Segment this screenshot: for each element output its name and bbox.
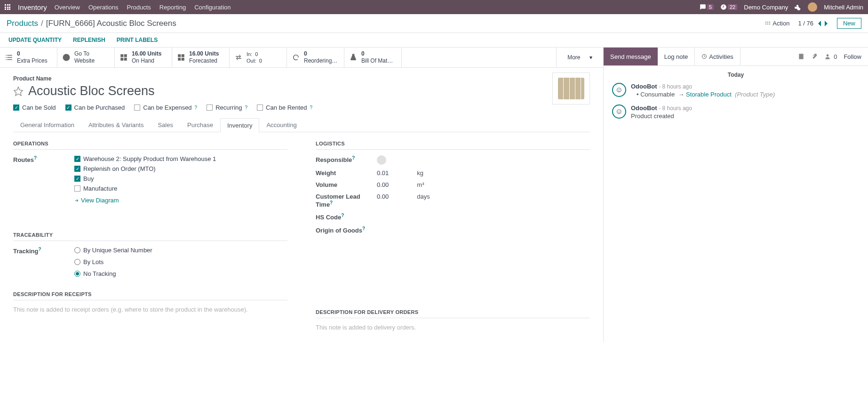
bot-avatar: ☺	[612, 83, 626, 97]
bot-avatar: ☺	[612, 105, 626, 119]
stat-inout[interactable]: In:0 Out:0	[230, 48, 287, 67]
tab-inventory[interactable]: Inventory	[220, 118, 259, 132]
tracking-lots[interactable]: By Lots	[74, 258, 152, 265]
section-operations: OPERATIONS	[13, 141, 287, 150]
list-icon	[5, 53, 13, 62]
print-labels-button[interactable]: PRINT LABELS	[117, 37, 158, 43]
product-image[interactable]	[552, 72, 590, 105]
chatter-today-label: Today	[612, 72, 860, 78]
check-can-be-rented[interactable]: Can be Rented?	[257, 104, 312, 111]
pager-prev-icon[interactable]	[817, 20, 822, 27]
clock-icon	[701, 54, 707, 59]
tracking-none[interactable]: No Tracking	[74, 270, 152, 277]
globe-icon	[62, 53, 71, 62]
replenish-button[interactable]: REPLENISH	[73, 37, 105, 43]
product-name-label: Product Name	[13, 75, 590, 82]
breadcrumb-current: [FURN_6666] Acoustic Bloc Screens	[46, 19, 176, 28]
stat-website[interactable]: Go ToWebsite	[57, 48, 115, 67]
tab-attributes[interactable]: Attributes & Variants	[81, 118, 151, 132]
boxes-icon	[177, 53, 185, 62]
stat-reorder[interactable]: 0Reordering…	[287, 48, 344, 67]
responsible-avatar[interactable]	[377, 155, 386, 165]
lead-time-value[interactable]: 0.00	[377, 193, 389, 208]
chatter-message: ☺ OdooBot - 8 hours ago • Consumable → S…	[612, 83, 860, 98]
check-recurring[interactable]: Recurring?	[207, 104, 247, 111]
tab-general[interactable]: General Information	[13, 118, 81, 132]
chatter: Send message Log note Activities 0 Follo…	[604, 48, 868, 342]
boxes-icon	[119, 53, 128, 62]
log-note-button[interactable]: Log note	[658, 48, 695, 65]
menu-operations[interactable]: Operations	[88, 4, 119, 11]
route-manufacture[interactable]: Manufacture	[74, 185, 216, 192]
tab-purchase[interactable]: Purchase	[180, 118, 220, 132]
chat-icon[interactable]: 5	[700, 4, 714, 10]
section-logistics: LOGISTICS	[316, 141, 590, 150]
tools-icon[interactable]	[795, 4, 801, 10]
chatter-message: ☺ OdooBot - 8 hours ago Product created	[612, 105, 860, 120]
pager: 1 / 76	[798, 20, 828, 27]
stat-forecast[interactable]: 16.00 UnitsForecasted	[172, 48, 230, 67]
activities-button[interactable]: Activities	[695, 48, 740, 65]
desc-receipts-input[interactable]: This note is added to receipt orders (e.…	[13, 306, 287, 313]
menu-products[interactable]: Products	[127, 4, 151, 11]
apps-icon[interactable]	[5, 4, 10, 10]
view-diagram-link[interactable]: View Diagram	[74, 197, 216, 204]
top-navbar: Inventory Overview Operations Products R…	[0, 0, 868, 14]
desc-delivery-input[interactable]: This note is added to delivery orders.	[316, 324, 590, 331]
tab-sales[interactable]: Sales	[151, 118, 180, 132]
caret-down-icon: ▾	[589, 54, 592, 61]
follow-button[interactable]: Follow	[844, 53, 861, 60]
volume-value[interactable]: 0.00	[377, 181, 389, 188]
check-can-be-sold[interactable]: Can be Sold	[13, 104, 56, 111]
svg-point-0	[63, 54, 70, 61]
send-message-button[interactable]: Send message	[604, 48, 658, 65]
tabs: General Information Attributes & Variant…	[13, 118, 590, 132]
stat-bom[interactable]: 0Bill Of Mat…	[344, 48, 402, 67]
topbar-menu: Overview Operations Products Reporting C…	[55, 4, 231, 11]
transfer-icon	[234, 53, 243, 62]
refresh-icon	[292, 53, 300, 62]
pager-next-icon[interactable]	[824, 20, 828, 27]
section-desc-delivery: DESCRIPTION FOR DELIVERY ORDERS	[316, 309, 590, 318]
company-name[interactable]: Demo Company	[744, 4, 788, 11]
book-icon[interactable]	[798, 53, 804, 60]
menu-configuration[interactable]: Configuration	[194, 4, 231, 11]
section-traceability: TRACEABILITY	[13, 232, 287, 241]
breadcrumb: Products / [FURN_6666] Acoustic Bloc Scr…	[7, 19, 176, 28]
actionbar: UPDATE QUANTITY REPLENISH PRINT LABELS	[0, 33, 868, 48]
check-can-be-expensed[interactable]: Can be Expensed?	[134, 104, 197, 111]
clock-icon[interactable]: 22	[720, 4, 737, 10]
check-can-be-purchased[interactable]: Can be Purchased	[65, 104, 125, 111]
section-desc-receipts: DESCRIPTION FOR RECEIPTS	[13, 291, 287, 300]
follower-icon[interactable]	[824, 53, 831, 60]
menu-overview[interactable]: Overview	[55, 4, 80, 11]
breadcrumb-parent[interactable]: Products	[7, 19, 38, 28]
route-buy[interactable]: Buy	[74, 175, 216, 182]
arrow-right-icon	[74, 198, 79, 203]
update-quantity-button[interactable]: UPDATE QUANTITY	[8, 37, 62, 43]
svg-point-2	[827, 54, 829, 56]
more-button[interactable]: More ▾	[556, 48, 603, 67]
user-avatar[interactable]	[808, 2, 817, 12]
weight-value[interactable]: 0.01	[377, 169, 389, 177]
tracking-serial[interactable]: By Unique Serial Number	[74, 247, 152, 254]
stat-extra-prices[interactable]: 0Extra Prices	[0, 48, 57, 67]
tab-accounting[interactable]: Accounting	[259, 118, 303, 132]
favorite-star-icon[interactable]	[13, 86, 24, 96]
app-name[interactable]: Inventory	[18, 3, 47, 11]
attach-icon[interactable]	[811, 53, 818, 60]
action-menu[interactable]: Action	[765, 20, 789, 27]
stat-buttons: 0Extra Prices Go ToWebsite 16.00 UnitsOn…	[0, 48, 603, 68]
user-name[interactable]: Mitchell Admin	[824, 4, 863, 11]
header: Products / [FURN_6666] Acoustic Bloc Scr…	[0, 14, 868, 33]
flask-icon	[349, 53, 358, 62]
stat-onhand[interactable]: 16.00 UnitsOn Hand	[115, 48, 172, 67]
product-title[interactable]: Acoustic Bloc Screens	[28, 84, 155, 98]
route-wh2[interactable]: Warehouse 2: Supply Product from Warehou…	[74, 155, 216, 162]
new-button[interactable]: New	[837, 18, 861, 29]
route-mto[interactable]: Replenish on Order (MTO)	[74, 165, 216, 172]
menu-reporting[interactable]: Reporting	[159, 4, 186, 11]
